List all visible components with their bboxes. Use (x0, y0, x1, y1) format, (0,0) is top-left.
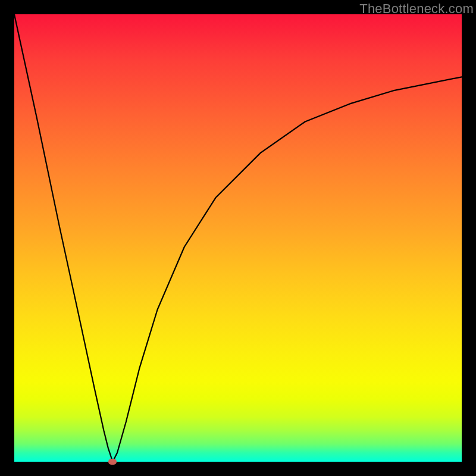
chart-frame (14, 14, 462, 462)
bottleneck-curve (14, 14, 462, 462)
min-point-marker (108, 459, 117, 465)
watermark-text: TheBottleneck.com (359, 1, 474, 17)
chart-curve-svg (14, 14, 462, 462)
